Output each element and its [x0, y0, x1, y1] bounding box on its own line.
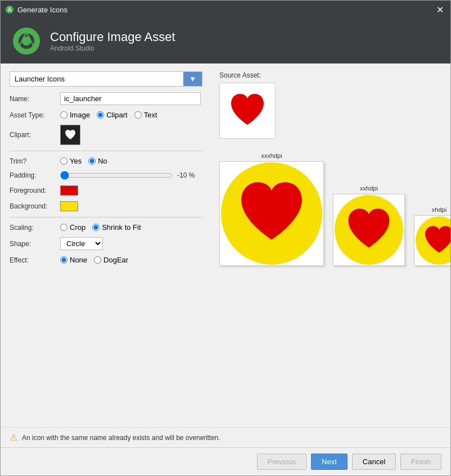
icon-heart-xhdpi — [422, 224, 450, 257]
name-label: Name: — [10, 95, 60, 103]
heart-clipart-icon — [64, 129, 76, 141]
icon-label-xxhdpi: xxhdpi — [360, 185, 378, 192]
scaling-label: Scaling: — [10, 224, 60, 232]
icon-type-dropdown[interactable]: Launcher Icons ▼ — [10, 71, 202, 87]
scaling-shrink[interactable]: Shrink to Fit — [92, 223, 141, 232]
icon-type-dropdown-arrow[interactable]: ▼ — [183, 72, 202, 86]
header-subtitle: Android Studio — [50, 44, 175, 52]
icon-label-xxxhdpi: xxxhdpi — [261, 152, 282, 159]
warning-icon: ⚠ — [10, 432, 17, 443]
icon-circle-xxhdpi — [335, 195, 403, 265]
trim-yes[interactable]: Yes — [60, 157, 82, 165]
foreground-color-swatch[interactable] — [60, 185, 78, 196]
asset-type-label: Asset Type: — [10, 111, 60, 119]
asset-type-text[interactable]: Text — [134, 111, 157, 119]
trim-no[interactable]: No — [88, 157, 107, 165]
shape-select-container: Circle Square None — [60, 237, 103, 250]
foreground-row: Foreground: — [10, 185, 202, 196]
close-button[interactable]: ✕ — [434, 3, 446, 16]
header: Configure Image Asset Android Studio — [1, 19, 450, 64]
scaling-radio-group: Crop Shrink to Fit — [60, 223, 141, 232]
title-bar-left: A Generate Icons — [5, 5, 67, 14]
title-bar-text: Generate Icons — [17, 6, 67, 14]
app-icon: A — [5, 5, 14, 14]
foreground-label: Foreground: — [10, 187, 60, 194]
name-row: Name: — [10, 92, 202, 105]
clipart-label: Clipart: — [10, 131, 60, 139]
padding-row: Padding: -10 % — [10, 171, 202, 180]
background-color-swatch[interactable] — [60, 201, 78, 211]
right-panel: Source Asset: xxxhdpi — [211, 64, 450, 427]
icon-type-text: Launcher Icons — [10, 72, 183, 86]
icon-circle-xxxhdpi — [221, 162, 322, 265]
bottom-bar: Previous Next Cancel Finish — [1, 447, 450, 475]
icons-preview-section: xxxhdpi xxhdpi — [219, 152, 450, 266]
header-text: Configure Image Asset Android Studio — [50, 30, 175, 52]
scaling-crop[interactable]: Crop — [60, 223, 85, 232]
effect-dogear[interactable]: DogEar — [94, 256, 128, 264]
logo-icon — [12, 26, 41, 56]
next-button[interactable]: Next — [311, 454, 348, 470]
main-window: A Generate Icons ✕ Configure Image Asset… — [0, 0, 451, 476]
asset-type-row: Asset Type: Image Clipart Text — [10, 111, 202, 119]
padding-slider[interactable] — [60, 171, 173, 180]
warning-bar: ⚠ An icon with the same name already exi… — [1, 427, 450, 447]
name-input[interactable] — [60, 92, 201, 105]
trim-row: Trim? Yes No — [10, 157, 202, 165]
icon-heart-xxhdpi — [344, 205, 394, 255]
svg-text:A: A — [8, 7, 12, 13]
trim-radio-group: Yes No — [60, 157, 107, 165]
padding-slider-container: -10 % — [60, 171, 202, 180]
previous-button[interactable]: Previous — [257, 454, 307, 470]
asset-type-clipart[interactable]: Clipart — [97, 111, 128, 119]
icon-xhdpi: xhdpi — [414, 206, 450, 266]
icons-preview-list: xxxhdpi xxhdpi — [219, 152, 450, 266]
background-label: Background: — [10, 202, 60, 210]
background-row: Background: — [10, 201, 202, 211]
asset-type-radio-group: Image Clipart Text — [60, 111, 157, 119]
header-title: Configure Image Asset — [50, 30, 175, 44]
icon-label-xhdpi: xhdpi — [432, 206, 447, 213]
shape-label: Shape: — [10, 240, 60, 248]
icon-box-xhdpi — [414, 215, 450, 266]
scaling-row: Scaling: Crop Shrink to Fit — [10, 223, 202, 232]
clipart-button[interactable] — [60, 125, 80, 145]
effect-radio-group: None DogEar — [60, 256, 128, 264]
source-asset-section: Source Asset: — [219, 71, 450, 139]
shape-row: Shape: Circle Square None — [10, 237, 202, 250]
padding-label: Padding: — [10, 171, 60, 179]
clipart-row: Clipart: — [10, 125, 202, 145]
warning-text: An icon with the same name already exist… — [22, 434, 220, 442]
source-asset-heart — [228, 91, 267, 130]
icon-heart-xxxhdpi — [235, 177, 308, 250]
divider-1 — [10, 151, 202, 151]
divider-2 — [10, 217, 202, 217]
effect-none[interactable]: None — [60, 256, 87, 264]
icon-type-dropdown-row: Launcher Icons ▼ — [10, 71, 202, 87]
title-bar: A Generate Icons ✕ — [1, 1, 450, 19]
source-asset-box — [219, 83, 276, 139]
left-panel: Launcher Icons ▼ Name: Asset Type: Image — [1, 64, 211, 427]
icon-xxxhdpi: xxxhdpi — [219, 152, 324, 266]
icon-circle-xhdpi — [416, 216, 450, 265]
icon-box-xxxhdpi — [219, 161, 324, 266]
icon-xxhdpi: xxhdpi — [333, 185, 405, 266]
asset-type-image[interactable]: Image — [60, 111, 90, 119]
effect-label: Effect: — [10, 256, 60, 264]
trim-label: Trim? — [10, 157, 60, 165]
cancel-button[interactable]: Cancel — [352, 454, 396, 470]
finish-button[interactable]: Finish — [400, 454, 441, 470]
shape-dropdown[interactable]: Circle Square None — [60, 237, 103, 250]
padding-value: -10 % — [177, 171, 197, 179]
source-asset-label: Source Asset: — [219, 71, 450, 79]
icon-box-xxhdpi — [333, 194, 405, 266]
effect-row: Effect: None DogEar — [10, 256, 202, 264]
content-area: Launcher Icons ▼ Name: Asset Type: Image — [1, 64, 450, 427]
